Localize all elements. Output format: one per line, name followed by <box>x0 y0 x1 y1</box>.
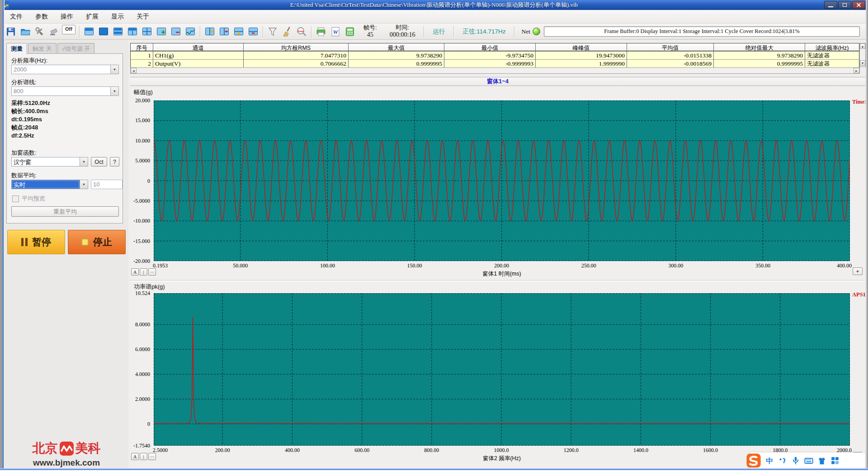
y-tick-label: 10.524 <box>130 290 150 297</box>
ime-mic-icon[interactable] <box>791 456 801 466</box>
table-row[interactable]: 1CH1(g)7.04773109.9738290-9.973475019.94… <box>131 51 859 59</box>
printer-icon[interactable] <box>314 24 328 39</box>
time-waveform-plot[interactable] <box>154 100 850 261</box>
reaverage-button[interactable]: 重新平均 <box>11 206 119 217</box>
data-average-value: 实时 <box>12 180 80 189</box>
table-horizontal-scrollbar[interactable]: ◄ ► <box>130 67 860 74</box>
chart-options-button[interactable]: ··· <box>148 268 156 276</box>
column-header[interactable]: 通道 <box>153 43 244 51</box>
zoom-auto-icon[interactable]: Auto <box>294 24 309 39</box>
sidebar-tab-1[interactable]: 触发 关 <box>28 43 57 54</box>
average-count-input[interactable] <box>91 180 123 189</box>
chevron-down-icon[interactable]: ▼ <box>110 87 118 95</box>
zoom-plus-button[interactable]: + <box>853 267 863 275</box>
save-icon[interactable] <box>4 24 18 39</box>
layout-add-icon[interactable] <box>154 24 169 39</box>
broom-icon[interactable] <box>280 24 294 39</box>
menu-item-3[interactable]: 扩展 <box>80 11 105 23</box>
table-cell: 无滤波器 <box>805 59 859 67</box>
help-button[interactable]: ? <box>110 157 119 167</box>
x-tick-label: 300.00 <box>660 262 692 269</box>
scroll-left-icon[interactable]: ◄ <box>131 68 137 73</box>
y-tick-label: 2.0000 <box>130 396 150 403</box>
toolbar-separator <box>514 26 514 38</box>
ime-toolbox-icon[interactable] <box>830 456 840 466</box>
column-header[interactable]: 最大值 <box>349 43 444 51</box>
column-header[interactable]: 滤波频率(Hz) <box>805 43 859 51</box>
average-preview-checkbox[interactable] <box>12 195 19 202</box>
ime-keyboard-icon[interactable] <box>804 456 814 466</box>
pause-button[interactable]: 暂停 <box>7 230 65 254</box>
menu-item-0[interactable]: 文件 <box>4 11 29 23</box>
layout-single-icon[interactable] <box>82 24 96 39</box>
chevron-down-icon[interactable]: ▼ <box>110 65 118 74</box>
sidebar-tab-2[interactable]: √信号源 开 <box>57 43 95 54</box>
menu-item-5[interactable]: 关于 <box>130 11 156 23</box>
ime-punctuation-icon[interactable] <box>778 456 788 466</box>
chart-options-button[interactable]: ··· <box>148 453 156 460</box>
column-header[interactable]: 均方根RMS <box>244 43 349 51</box>
chart-autoscale-button[interactable]: A <box>131 453 139 460</box>
layout-curve-icon[interactable] <box>183 24 198 39</box>
column-header[interactable]: 序号 <box>131 43 153 51</box>
y-tick-label: 4.0000 <box>130 371 150 378</box>
report-icon[interactable] <box>343 24 357 39</box>
tools-icon[interactable] <box>33 24 47 39</box>
layout-filled-icon[interactable] <box>96 24 111 39</box>
data-average-combo[interactable]: 实时 ▼ <box>11 180 88 189</box>
toolbar-separator <box>424 26 424 38</box>
word-export-icon[interactable]: W <box>328 24 343 39</box>
x-tick-label: 600.00 <box>346 447 378 454</box>
table-row[interactable]: 2Output(V)0.70666620.9999995-0.99999931.… <box>131 59 859 67</box>
menu-item-1[interactable]: 参数 <box>29 11 54 23</box>
sogou-icon[interactable] <box>746 453 761 468</box>
chart-cursor-button[interactable]: | <box>140 453 147 460</box>
chart-cursor-button[interactable]: | <box>140 268 147 276</box>
analysis-freq-combo[interactable]: 2000 ▼ <box>11 65 119 74</box>
scroll-up-icon[interactable]: ▲ <box>860 43 865 49</box>
sidebar-tab-0[interactable]: 测量 <box>6 43 27 54</box>
menu-item-2[interactable]: 操作 <box>54 11 80 23</box>
pane-add-bottom-icon[interactable] <box>231 24 246 39</box>
oct-button[interactable]: Oct <box>91 157 107 167</box>
net-status-light-icon <box>533 28 540 35</box>
maximize-button[interactable] <box>838 1 851 9</box>
window-group-bar[interactable]: 窗体1~4 <box>130 77 865 86</box>
window-function-combo[interactable]: 汉宁窗 ▼ <box>11 157 88 167</box>
chevron-down-icon[interactable]: ▼ <box>80 180 88 189</box>
menu-item-4[interactable]: 显示 <box>105 11 130 23</box>
pane-remove-bottom-icon[interactable] <box>246 24 260 39</box>
scroll-down-icon[interactable]: ▼ <box>860 60 865 66</box>
column-header[interactable]: 平均值 <box>627 43 714 51</box>
column-header[interactable]: 最小值 <box>444 43 536 51</box>
table-vertical-scrollbar[interactable]: ▲ ▼ <box>859 43 866 67</box>
layout-remove-icon[interactable] <box>169 24 183 39</box>
column-header[interactable]: 峰峰值 <box>536 43 627 51</box>
ime-skin-icon[interactable] <box>817 456 827 466</box>
titlebar[interactable]: E:\United Vsa\Client\CtrTest\TestData\Ch… <box>0 0 868 10</box>
close-button[interactable] <box>852 1 865 9</box>
analysis-lines-combo[interactable]: 800 ▼ <box>11 86 119 96</box>
x-tick-label: 100.00 <box>311 262 344 269</box>
layout-grid-icon[interactable] <box>140 24 154 39</box>
open-folder-icon[interactable] <box>18 24 33 39</box>
eraser-icon[interactable] <box>47 24 61 39</box>
chevron-down-icon[interactable]: ▼ <box>80 157 88 166</box>
frame-buffer-status: Frame Buffer:0 Display Interval:1 Storag… <box>544 26 860 37</box>
layout-tsplit-icon[interactable] <box>125 24 140 39</box>
minimize-button[interactable] <box>824 1 837 9</box>
layout-rows-icon[interactable] <box>111 24 125 39</box>
column-header[interactable]: 绝对值最大 <box>714 43 805 51</box>
svg-text:W: W <box>333 29 339 35</box>
scroll-right-icon[interactable]: ► <box>854 68 859 73</box>
ime-chinese-icon[interactable]: 中 <box>764 456 774 466</box>
pane-remove-right-icon[interactable] <box>217 24 231 39</box>
filter-funnel-icon[interactable] <box>265 24 280 39</box>
power-spectrum-plot[interactable] <box>154 293 850 446</box>
off-button[interactable]: Off <box>62 25 75 34</box>
elapsed-time-field: 时间: 000:00:16 <box>390 24 415 38</box>
toolbar-separator <box>311 26 311 38</box>
chart-autoscale-button[interactable]: A <box>131 268 139 276</box>
pane-add-right-icon[interactable] <box>203 24 217 39</box>
stop-button[interactable]: 停止 <box>68 230 126 254</box>
